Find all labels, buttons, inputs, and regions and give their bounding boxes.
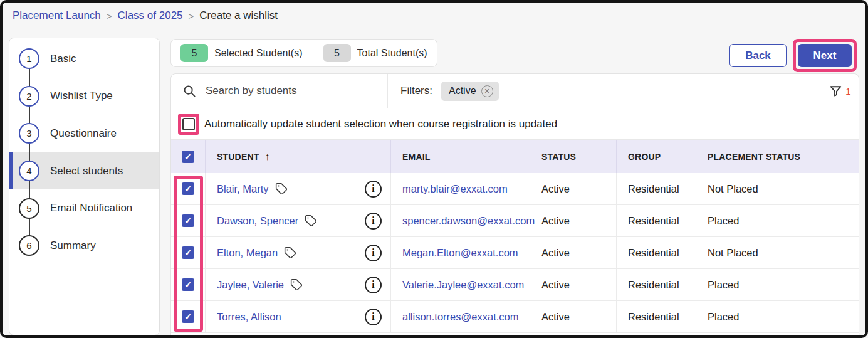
select-all-checkbox[interactable]: ✓ (182, 151, 194, 163)
filter-chip-active[interactable]: Active ✕ (441, 82, 499, 101)
breadcrumb-link-class-of-2025[interactable]: Class of 2025 (118, 9, 183, 22)
row-checkbox[interactable]: ✓ (182, 310, 194, 323)
step-number-circle: 3 (19, 123, 39, 144)
student-name-link[interactable]: Blair, Marty (217, 183, 269, 195)
stepper-item-select-students[interactable]: 4 Select students (9, 152, 159, 190)
step-label: Email Notification (50, 202, 132, 214)
student-group: Residential (617, 301, 696, 332)
stepper-item-email-notification[interactable]: 5 Email Notification (9, 189, 159, 227)
student-email-link[interactable]: allison.torres@exxat.com (402, 311, 518, 323)
wizard-stepper: 1 Basic 2 Wishlist Type 3 Questionnaire … (9, 38, 160, 335)
student-placement-status: Not Placed (696, 237, 859, 268)
step-label: Questionnaire (50, 127, 117, 140)
step-label: Select students (50, 165, 123, 177)
step-label: Summary (50, 240, 96, 252)
student-group: Residential (617, 205, 696, 236)
students-table: ✓ STUDENT ↑ EMAIL STATUS GROUP PLACEMENT… (171, 140, 859, 333)
step-number-circle: 2 (19, 86, 39, 107)
info-icon[interactable]: i (365, 309, 382, 325)
filter-button[interactable]: 1 (820, 74, 859, 108)
filters-section: Filters: Active ✕ (387, 74, 820, 108)
table-header-row: ✓ STUDENT ↑ EMAIL STATUS GROUP PLACEMENT… (171, 140, 859, 173)
students-panel: Filters: Active ✕ 1 Automatically update… (170, 73, 859, 335)
column-header-status[interactable]: STATUS (530, 140, 617, 173)
student-email-link[interactable]: spencer.dawson@exxat.com (402, 215, 535, 227)
student-email-link[interactable]: marty.blair@exxat.com (402, 183, 508, 195)
table-body: ✓ Blair, Marty i marty.blair@exxat.com A… (171, 173, 859, 333)
total-count-label: Total Student(s) (357, 48, 427, 59)
selected-count-label: Selected Student(s) (214, 48, 303, 59)
student-name-link[interactable]: Dawson, Spencer (217, 215, 298, 227)
step-label: Basic (50, 53, 76, 65)
student-placement-status: Placed (696, 205, 859, 236)
breadcrumb-separator-icon: > (107, 11, 112, 21)
search-section (171, 74, 387, 108)
student-name-link[interactable]: Jaylee, Valerie (217, 279, 284, 291)
annotation-highlight-next-button: Next (793, 39, 857, 72)
row-checkbox[interactable]: ✓ (182, 182, 194, 195)
table-row: ✓ Jaylee, Valerie i Valerie.Jaylee@exxat… (171, 269, 859, 301)
student-status: Active (530, 237, 617, 268)
table-toolbar: Filters: Active ✕ 1 (171, 74, 859, 108)
info-icon[interactable]: i (365, 245, 382, 261)
filters-label: Filters: (400, 85, 432, 97)
student-status: Active (530, 173, 617, 204)
auto-update-checkbox[interactable] (182, 118, 195, 130)
tag-icon[interactable] (305, 214, 317, 227)
tag-icon[interactable] (290, 278, 303, 291)
back-button[interactable]: Back (729, 44, 787, 67)
student-status: Active (530, 205, 617, 236)
filter-chip-label: Active (449, 85, 476, 97)
annotation-highlight-auto-update-checkbox (178, 114, 199, 135)
step-number-circle: 5 (19, 198, 39, 219)
student-placement-status: Placed (696, 301, 859, 332)
row-checkbox[interactable]: ✓ (182, 246, 194, 259)
student-email-link[interactable]: Megan.Elton@exxat.com (402, 247, 518, 259)
breadcrumb-link-placement-launch[interactable]: Placement Launch (13, 9, 101, 22)
column-header-email[interactable]: EMAIL (391, 140, 530, 173)
step-number-circle: 6 (19, 235, 39, 256)
breadcrumb-separator-icon: > (189, 11, 194, 21)
tag-icon[interactable] (284, 246, 296, 259)
tag-icon[interactable] (275, 182, 288, 195)
summary-divider (313, 45, 313, 61)
student-placement-status: Placed (696, 269, 859, 300)
selected-count-badge: 5 (180, 44, 208, 62)
student-name-link[interactable]: Torres, Allison (217, 311, 281, 323)
row-checkbox[interactable]: ✓ (182, 278, 194, 291)
table-row: ✓ Torres, Allison i allison.torres@exxat… (171, 301, 859, 333)
search-input[interactable] (204, 84, 374, 98)
app-window: { "breadcrumb": { "separator": ">", "ite… (0, 0, 868, 338)
table-row: ✓ Elton, Megan i Megan.Elton@exxat.com A… (171, 237, 859, 269)
student-group: Residential (617, 237, 696, 268)
breadcrumb: Placement Launch > Class of 2025 > Creat… (13, 9, 278, 22)
active-filter-count: 1 (845, 86, 850, 97)
info-icon[interactable]: i (365, 277, 382, 293)
student-placement-status: Not Placed (696, 173, 859, 204)
total-count-badge: 5 (323, 44, 351, 62)
row-checkbox[interactable]: ✓ (182, 214, 194, 227)
remove-filter-icon[interactable]: ✕ (481, 85, 493, 97)
stepper-item-questionnaire[interactable]: 3 Questionnaire (9, 115, 159, 152)
student-group: Residential (617, 269, 696, 300)
student-group: Residential (617, 173, 696, 204)
info-icon[interactable]: i (365, 181, 382, 198)
wizard-actions: Back Next (729, 39, 857, 72)
stepper-item-wishlist-type[interactable]: 2 Wishlist Type (9, 78, 159, 115)
sort-ascending-icon[interactable]: ↑ (265, 151, 270, 162)
stepper-item-summary[interactable]: 6 Summary (9, 227, 159, 265)
student-name-link[interactable]: Elton, Megan (217, 247, 278, 259)
column-header-student[interactable]: STUDENT ↑ (206, 140, 391, 173)
column-header-group[interactable]: GROUP (617, 140, 696, 173)
step-number-circle: 4 (19, 161, 39, 181)
next-button[interactable]: Next (798, 44, 852, 67)
auto-update-row: Automatically update student selection w… (171, 108, 859, 140)
step-number-circle: 1 (19, 48, 39, 69)
table-row: ✓ Blair, Marty i marty.blair@exxat.com A… (171, 173, 859, 205)
student-email-link[interactable]: Valerie.Jaylee@exxat.com (402, 279, 524, 291)
info-icon[interactable]: i (365, 213, 382, 230)
auto-update-label: Automatically update student selection w… (204, 118, 557, 130)
stepper-item-basic[interactable]: 1 Basic (9, 40, 159, 78)
step-label: Wishlist Type (50, 90, 113, 102)
column-header-placement-status[interactable]: PLACEMENT STATUS (696, 140, 859, 173)
